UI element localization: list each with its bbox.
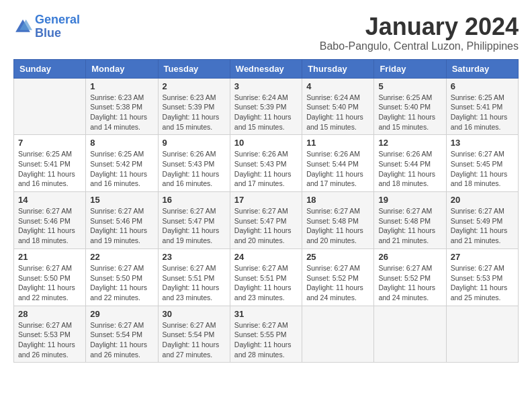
calendar-week-row: 1Sunrise: 6:23 AMSunset: 5:38 PMDaylight… (14, 78, 519, 135)
table-row: 15Sunrise: 6:27 AMSunset: 5:46 PMDayligh… (86, 192, 158, 249)
page-header: General Blue January 2024 Babo-Pangulo, … (13, 13, 519, 52)
day-info: Sunrise: 6:27 AMSunset: 5:51 PMDaylight:… (163, 263, 226, 303)
day-info: Sunrise: 6:25 AMSunset: 5:40 PMDaylight:… (378, 93, 441, 132)
table-row (14, 78, 86, 135)
table-row: 28Sunrise: 6:27 AMSunset: 5:53 PMDayligh… (14, 306, 86, 363)
day-info: Sunrise: 6:27 AMSunset: 5:54 PMDaylight:… (90, 320, 153, 360)
day-number: 25 (306, 252, 369, 262)
day-info: Sunrise: 6:23 AMSunset: 5:39 PMDaylight:… (163, 93, 226, 132)
table-row: 3Sunrise: 6:24 AMSunset: 5:39 PMDaylight… (230, 78, 302, 135)
day-number: 24 (234, 252, 298, 262)
day-info: Sunrise: 6:27 AMSunset: 5:49 PMDaylight:… (451, 206, 514, 246)
day-info: Sunrise: 6:26 AMSunset: 5:44 PMDaylight:… (306, 149, 369, 189)
day-info: Sunrise: 6:27 AMSunset: 5:46 PMDaylight:… (18, 206, 81, 246)
day-info: Sunrise: 6:27 AMSunset: 5:47 PMDaylight:… (163, 206, 226, 246)
table-row: 6Sunrise: 6:25 AMSunset: 5:41 PMDaylight… (446, 78, 518, 135)
day-number: 31 (234, 309, 298, 319)
day-number: 11 (306, 138, 369, 148)
table-row (302, 306, 374, 363)
day-number: 30 (163, 309, 226, 319)
table-row: 14Sunrise: 6:27 AMSunset: 5:46 PMDayligh… (14, 192, 86, 249)
day-info: Sunrise: 6:27 AMSunset: 5:55 PMDaylight:… (234, 320, 298, 360)
day-info: Sunrise: 6:25 AMSunset: 5:42 PMDaylight:… (90, 149, 153, 189)
day-info: Sunrise: 6:27 AMSunset: 5:48 PMDaylight:… (378, 206, 441, 246)
table-row: 10Sunrise: 6:26 AMSunset: 5:43 PMDayligh… (230, 135, 302, 192)
table-row: 2Sunrise: 6:23 AMSunset: 5:39 PMDaylight… (158, 78, 230, 135)
header-friday: Friday (374, 59, 446, 78)
day-number: 7 (18, 138, 81, 148)
day-info: Sunrise: 6:27 AMSunset: 5:45 PMDaylight:… (451, 149, 514, 189)
header-monday: Monday (86, 59, 158, 78)
day-number: 9 (163, 138, 226, 148)
table-row: 27Sunrise: 6:27 AMSunset: 5:53 PMDayligh… (446, 248, 518, 306)
day-number: 4 (306, 81, 369, 91)
day-info: Sunrise: 6:26 AMSunset: 5:44 PMDaylight:… (378, 149, 441, 189)
day-number: 26 (378, 252, 441, 262)
table-row: 1Sunrise: 6:23 AMSunset: 5:38 PMDaylight… (86, 78, 158, 135)
table-row (446, 306, 518, 363)
day-info: Sunrise: 6:27 AMSunset: 5:50 PMDaylight:… (18, 263, 81, 303)
table-row: 30Sunrise: 6:27 AMSunset: 5:54 PMDayligh… (158, 306, 230, 363)
day-number: 12 (378, 138, 441, 148)
logo-text: General Blue (35, 13, 80, 40)
day-number: 23 (163, 252, 226, 262)
day-number: 13 (451, 138, 514, 148)
table-row: 13Sunrise: 6:27 AMSunset: 5:45 PMDayligh… (446, 135, 518, 192)
day-number: 14 (18, 195, 81, 205)
day-info: Sunrise: 6:24 AMSunset: 5:39 PMDaylight:… (234, 93, 298, 132)
day-info: Sunrise: 6:26 AMSunset: 5:43 PMDaylight:… (163, 149, 226, 189)
day-info: Sunrise: 6:25 AMSunset: 5:41 PMDaylight:… (18, 149, 81, 189)
day-info: Sunrise: 6:27 AMSunset: 5:52 PMDaylight:… (306, 263, 369, 303)
calendar-week-row: 21Sunrise: 6:27 AMSunset: 5:50 PMDayligh… (14, 248, 519, 306)
day-number: 21 (18, 252, 81, 262)
day-number: 10 (234, 138, 298, 148)
day-number: 2 (163, 81, 226, 91)
table-row: 12Sunrise: 6:26 AMSunset: 5:44 PMDayligh… (374, 135, 446, 192)
table-row: 24Sunrise: 6:27 AMSunset: 5:51 PMDayligh… (230, 248, 302, 306)
table-row: 26Sunrise: 6:27 AMSunset: 5:52 PMDayligh… (374, 248, 446, 306)
day-info: Sunrise: 6:27 AMSunset: 5:54 PMDaylight:… (163, 320, 226, 360)
day-number: 15 (90, 195, 153, 205)
day-info: Sunrise: 6:24 AMSunset: 5:40 PMDaylight:… (306, 93, 369, 132)
day-info: Sunrise: 6:27 AMSunset: 5:47 PMDaylight:… (234, 206, 298, 246)
day-number: 8 (90, 138, 153, 148)
day-number: 27 (451, 252, 514, 262)
day-info: Sunrise: 6:27 AMSunset: 5:53 PMDaylight:… (451, 263, 514, 303)
day-number: 22 (90, 252, 153, 262)
logo-blue: Blue (35, 26, 61, 40)
day-number: 19 (378, 195, 441, 205)
calendar-week-row: 28Sunrise: 6:27 AMSunset: 5:53 PMDayligh… (14, 306, 519, 363)
table-row: 7Sunrise: 6:25 AMSunset: 5:41 PMDaylight… (14, 135, 86, 192)
day-number: 6 (451, 81, 514, 91)
calendar-table: Sunday Monday Tuesday Wednesday Thursday… (13, 59, 519, 363)
table-row: 17Sunrise: 6:27 AMSunset: 5:47 PMDayligh… (230, 192, 302, 249)
table-row: 18Sunrise: 6:27 AMSunset: 5:48 PMDayligh… (302, 192, 374, 249)
table-row: 21Sunrise: 6:27 AMSunset: 5:50 PMDayligh… (14, 248, 86, 306)
table-row: 25Sunrise: 6:27 AMSunset: 5:52 PMDayligh… (302, 248, 374, 306)
header-thursday: Thursday (302, 59, 374, 78)
header-sunday: Sunday (14, 59, 86, 78)
table-row (374, 306, 446, 363)
table-row: 5Sunrise: 6:25 AMSunset: 5:40 PMDaylight… (374, 78, 446, 135)
header-wednesday: Wednesday (230, 59, 302, 78)
day-info: Sunrise: 6:27 AMSunset: 5:48 PMDaylight:… (306, 206, 369, 246)
day-number: 18 (306, 195, 369, 205)
calendar-header-row: Sunday Monday Tuesday Wednesday Thursday… (14, 59, 519, 78)
logo: General Blue (13, 13, 80, 40)
table-row: 4Sunrise: 6:24 AMSunset: 5:40 PMDaylight… (302, 78, 374, 135)
header-tuesday: Tuesday (158, 59, 230, 78)
header-saturday: Saturday (446, 59, 518, 78)
page-subtitle: Babo-Pangulo, Central Luzon, Philippines (320, 40, 519, 52)
table-row: 11Sunrise: 6:26 AMSunset: 5:44 PMDayligh… (302, 135, 374, 192)
day-number: 3 (234, 81, 298, 91)
day-number: 1 (90, 81, 153, 91)
page-title: January 2024 (320, 13, 519, 40)
logo-general: General (35, 13, 80, 26)
day-number: 20 (451, 195, 514, 205)
table-row: 22Sunrise: 6:27 AMSunset: 5:50 PMDayligh… (86, 248, 158, 306)
table-row: 19Sunrise: 6:27 AMSunset: 5:48 PMDayligh… (374, 192, 446, 249)
table-row: 20Sunrise: 6:27 AMSunset: 5:49 PMDayligh… (446, 192, 518, 249)
table-row: 16Sunrise: 6:27 AMSunset: 5:47 PMDayligh… (158, 192, 230, 249)
day-info: Sunrise: 6:27 AMSunset: 5:51 PMDaylight:… (234, 263, 298, 303)
calendar-week-row: 7Sunrise: 6:25 AMSunset: 5:41 PMDaylight… (14, 135, 519, 192)
